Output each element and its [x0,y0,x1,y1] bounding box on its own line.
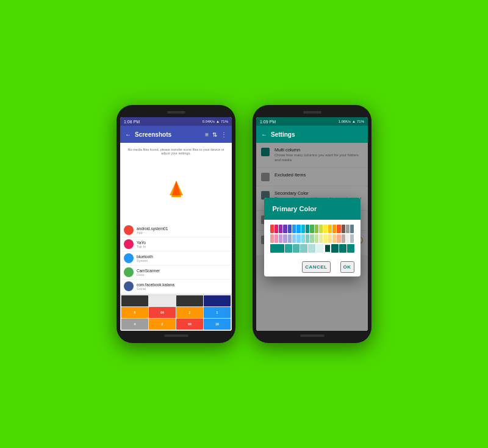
color-swatch-light[interactable] [315,234,318,243]
settings-content: Multi column Chose how many columns you … [256,143,368,331]
thumb[interactable] [121,295,148,306]
app-sub: App [137,231,228,234]
color-swatch-light[interactable] [332,234,336,243]
app-title-right: Settings [271,131,363,138]
app-icon [124,267,134,277]
color-swatch-light[interactable] [310,234,314,243]
color-swatch-cyan[interactable] [301,225,305,233]
filter-button[interactable]: ≡ [205,131,209,138]
list-item[interactable]: YaYo Tap In [120,237,232,251]
app-list-left: android.system01 App YaYo Tap In [120,223,232,294]
color-swatch-light[interactable] [337,234,340,243]
color-swatch-light[interactable] [279,234,282,243]
dialog-body [264,220,361,258]
thumb[interactable]: 1 [204,307,231,318]
color-swatch-teal-selected[interactable] [270,244,284,253]
color-swatch-brown[interactable] [342,225,345,233]
color-swatch-lime[interactable] [319,225,323,233]
color-swatch-light-green[interactable] [315,225,318,233]
speed-left: 0.04K/s [203,120,215,123]
color-swatch-teal-dark[interactable] [339,244,346,253]
color-row-3 [270,244,354,253]
color-swatch-red[interactable] [270,225,274,233]
color-swatch-yellow[interactable] [323,225,327,233]
back-button-left[interactable]: ← [125,131,131,138]
dialog-actions: CANCEL OK [264,258,361,276]
thumb[interactable]: 4 [121,319,148,330]
app-sub: Tap In [137,245,228,248]
color-swatch-amber[interactable] [328,225,332,233]
color-swatch-light-blue[interactable] [296,225,300,233]
color-swatch-green[interactable] [310,225,314,233]
app-title-left: Screenshots [135,131,201,138]
color-swatch-teal[interactable] [306,225,309,233]
app-bar-left: ← Screenshots ≡ ⇅ ⋮ [120,126,232,143]
list-item[interactable]: CamScanner Docs [120,266,232,280]
color-swatch-teal-base[interactable] [347,244,354,253]
color-swatch-light[interactable] [346,234,350,243]
dialog-overlay[interactable]: Primary Color [256,143,368,331]
time-left: 1:08 PM [124,120,140,124]
thumb[interactable]: 64 [176,319,203,330]
back-button-right[interactable]: ← [261,131,267,138]
thumb[interactable]: 64 [149,307,176,318]
color-swatch-light[interactable] [350,234,354,243]
app-sub: Social [137,287,228,291]
color-swatch-pink[interactable] [274,225,278,233]
color-swatch-teal-pale[interactable] [308,244,315,253]
app-name: YaYo [137,240,228,245]
wifi-icon: ▲ [352,120,356,123]
color-swatch-light[interactable] [270,234,274,243]
color-swatch-teal-darkest[interactable] [324,243,331,253]
color-swatch-teal-darker[interactable] [331,244,339,253]
phone-left: 1:08 PM 0.04K/s ▲ 71% ← Screenshots ≡ ⇅ … [117,105,235,343]
color-swatch-grey[interactable] [346,225,350,233]
sort-button[interactable]: ⇅ [212,131,217,138]
thumb[interactable] [176,295,203,306]
list-item[interactable]: bluetooth System [120,251,232,266]
color-swatch-light[interactable] [288,234,292,243]
ok-button[interactable]: OK [340,261,354,273]
empty-folder-message: No media files found, please transfer so… [120,143,232,223]
thumb[interactable]: 16 [204,319,231,330]
empty-text: No media files found, please transfer so… [125,148,227,155]
color-swatch-light[interactable] [274,234,278,243]
list-item[interactable]: android.system01 App [120,223,232,237]
thumb[interactable]: 2 [149,319,176,330]
thumb[interactable]: 2 [176,307,203,318]
thumb[interactable]: 8 [121,307,148,318]
list-item[interactable]: com.facebook.katana Social [120,280,232,294]
color-swatch-deep-orange[interactable] [337,225,340,233]
color-swatch-light[interactable] [292,234,296,243]
color-swatch-teal-very-pale[interactable] [316,244,323,253]
more-button-left[interactable]: ⋮ [221,131,227,138]
app-name: CamScanner [137,269,228,273]
color-swatch-teal-lighter[interactable] [300,244,307,253]
color-swatch-teal-mid[interactable] [285,244,292,253]
color-swatch-light[interactable] [323,234,327,243]
battery-right: 71% [357,120,364,123]
color-swatch-light[interactable] [283,234,287,243]
color-swatch-light[interactable] [301,234,305,243]
color-swatch-indigo[interactable] [288,225,292,233]
color-swatch-teal-light[interactable] [293,244,300,253]
color-row-2 [270,234,354,243]
color-swatch-orange[interactable] [332,225,336,233]
svg-rect-2 [171,195,181,197]
color-palette [270,225,354,253]
color-swatch-light[interactable] [342,234,345,243]
thumb[interactable] [149,295,176,306]
color-swatch-blue-grey[interactable] [350,225,354,233]
cancel-button[interactable]: CANCEL [302,261,330,273]
color-swatch-purple[interactable] [279,225,282,233]
phones-container: 1:08 PM 0.04K/s ▲ 71% ← Screenshots ≡ ⇅ … [117,105,371,343]
color-swatch-light[interactable] [296,234,300,243]
color-row-1 [270,225,354,233]
color-swatch-light[interactable] [306,234,309,243]
color-swatch-deep-purple[interactable] [283,225,287,233]
color-swatch-light[interactable] [328,234,332,243]
vlc-icon [169,180,184,197]
color-swatch-blue[interactable] [292,225,296,233]
color-swatch-light[interactable] [319,234,323,243]
thumb[interactable] [204,295,231,306]
